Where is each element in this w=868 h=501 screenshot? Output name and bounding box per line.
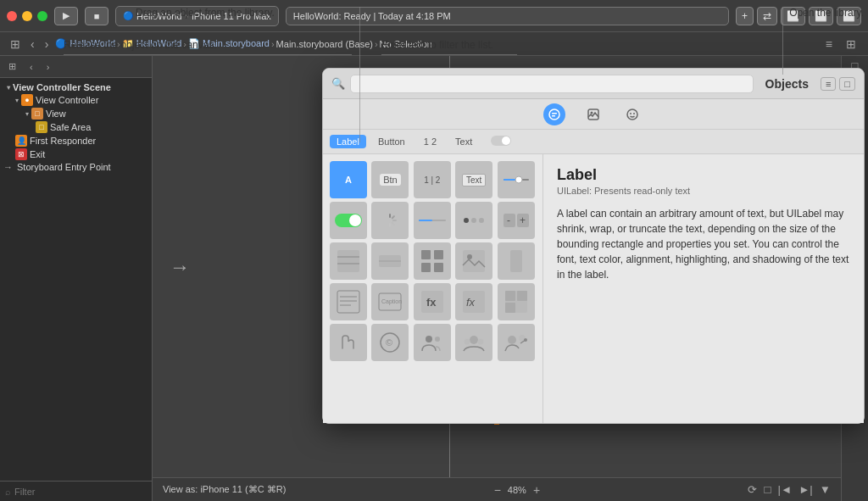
nav-prev-button[interactable]: ‹ xyxy=(27,36,38,53)
traffic-lights xyxy=(7,11,47,21)
obj-tab-ui[interactable] xyxy=(543,103,565,125)
canvas-btn-3[interactable]: |◄ xyxy=(777,483,792,496)
secondary-right: ≡ ⊞ xyxy=(821,36,861,53)
filter-chip-stepper[interactable]: 1 2 xyxy=(417,135,443,148)
tree-item-storyboard-entry[interactable]: → Storyboard Entry Point xyxy=(0,161,152,173)
filter-chip-label[interactable]: Label xyxy=(330,135,366,148)
objects-title: Objects xyxy=(759,77,815,91)
tree-item-exit[interactable]: ⊠ Exit xyxy=(0,148,152,161)
grid-item-steppers[interactable]: -+ xyxy=(498,202,535,239)
grid-item-copyright[interactable]: © xyxy=(371,324,409,361)
grid-item-activityindicator[interactable] xyxy=(371,202,409,239)
sidebar-tab-prev[interactable]: ‹ xyxy=(25,60,38,74)
scheme-selector[interactable]: 🔵 HelloWorld › iPhone 11 Pro Max xyxy=(115,6,279,26)
panel-bottom-button[interactable]: ⬜ xyxy=(809,7,833,25)
objects-search-input[interactable] xyxy=(350,75,754,93)
secondary-toolbar: ⊞ ‹ › 🔵 HelloWorld › 📁 HelloWorld › 📄 Ma… xyxy=(0,32,868,56)
list-view-button[interactable]: ≡ xyxy=(821,36,837,53)
zoom-out-button[interactable]: − xyxy=(494,483,501,497)
svg-rect-37 xyxy=(434,263,443,272)
obj-tab-image[interactable] xyxy=(582,103,604,125)
sidebar-tab-grid[interactable]: ⊞ xyxy=(3,59,21,74)
objects-header: 🔍 Objects ≡ □ xyxy=(323,69,864,99)
canvas-btn-2[interactable]: □ xyxy=(764,483,771,496)
tree-item-view-controller-scene[interactable]: ▾ View Controller Scene xyxy=(0,81,152,93)
grid-item-textview[interactable] xyxy=(330,283,367,320)
filter-input[interactable] xyxy=(14,487,147,497)
grid-item-button[interactable]: Btn xyxy=(371,161,409,198)
tree-item-first-responder[interactable]: 👤 First Responder xyxy=(0,134,152,148)
grid-item-tableviewcell[interactable] xyxy=(371,242,409,280)
filter-chip-button[interactable]: Button xyxy=(371,135,412,148)
grid-item-single[interactable] xyxy=(498,242,535,280)
stop-button[interactable]: ■ xyxy=(85,7,108,25)
filter-icon: ⌕ xyxy=(5,487,11,497)
grid-item-toggle[interactable] xyxy=(330,202,367,239)
grid-item-tableview[interactable] xyxy=(330,242,367,280)
svg-rect-1 xyxy=(552,113,557,114)
obj-tab-emoji[interactable] xyxy=(621,103,643,125)
svg-text:fx: fx xyxy=(466,296,476,309)
breadcrumb-helloworld[interactable]: 🔵 HelloWorld xyxy=(55,38,115,49)
tree-item-view[interactable]: ▾ □ View xyxy=(0,107,152,120)
grid-item-groupusers[interactable] xyxy=(414,324,451,361)
tree-item-view-controller[interactable]: ▾ ● View Controller xyxy=(0,93,152,107)
zoom-in-button[interactable]: + xyxy=(533,483,540,497)
grid-view-button[interactable]: ⊞ xyxy=(841,36,861,53)
svg-rect-38 xyxy=(463,250,485,272)
expand-icon: ▾ xyxy=(7,84,10,92)
breadcrumb-helloworld2[interactable]: 📁 HelloWorld xyxy=(122,38,182,49)
add-button[interactable]: + xyxy=(736,7,754,25)
entry-point-arrow: → xyxy=(170,255,190,279)
svg-point-14 xyxy=(349,214,361,226)
nav-next-button[interactable]: › xyxy=(42,36,53,53)
svg-rect-52 xyxy=(505,291,515,301)
grid-item-pagecontrol[interactable] xyxy=(455,202,492,239)
grid-item-textfield[interactable]: Text xyxy=(455,161,492,198)
grid-item-gesture[interactable] xyxy=(330,324,367,361)
breadcrumb-mainstoryboard-base[interactable]: Main.storyboard (Base) xyxy=(276,39,373,49)
minimize-button[interactable] xyxy=(22,11,32,21)
tree-item-safe-area[interactable]: □ Safe Area xyxy=(0,120,152,134)
close-button[interactable] xyxy=(7,11,17,21)
objects-grid-view-btn[interactable]: □ xyxy=(839,77,855,91)
grid-item-facegroup[interactable] xyxy=(455,324,492,361)
svg-point-22 xyxy=(464,218,469,223)
grid-item-effectsview2[interactable]: fx xyxy=(455,283,492,320)
objects-list-view-btn[interactable]: ≡ xyxy=(821,77,836,91)
grid-item-progressview[interactable] xyxy=(414,202,451,239)
panel-left-button[interactable]: ⬜ xyxy=(781,7,805,25)
tree-label-exit: Exit xyxy=(30,149,45,159)
grid-item-photogrid[interactable] xyxy=(498,283,535,320)
view-as-label: View as: iPhone 11 (⌘C ⌘R) xyxy=(163,484,286,495)
exit-icon: ⊠ xyxy=(15,148,27,160)
view-controller-icon: ● xyxy=(21,94,33,106)
grid-item-imageview[interactable] xyxy=(455,242,492,280)
breadcrumb-mainstoryboard[interactable]: 📄 Main.storyboard xyxy=(188,38,270,49)
grid-item-effectsview[interactable]: fx xyxy=(414,283,451,320)
panel-right-button[interactable]: ⬜ xyxy=(837,7,861,25)
grid-item-collectionview[interactable] xyxy=(414,242,451,280)
tree-label-first-responder: First Responder xyxy=(30,136,96,146)
nav-back-button[interactable]: ⊞ xyxy=(7,36,24,53)
objects-panel: 🔍 Objects ≡ □ Label Button 1 2 Text xyxy=(322,68,865,424)
maximize-button[interactable] xyxy=(37,11,47,21)
canvas-btn-5[interactable]: ▼ xyxy=(820,483,831,496)
canvas-btn-1[interactable]: ⟳ xyxy=(748,483,757,496)
play-button[interactable]: ▶ xyxy=(54,7,78,25)
grid-item-label[interactable]: A xyxy=(330,161,367,198)
canvas-btn-4[interactable]: ►| xyxy=(798,483,813,496)
svg-rect-36 xyxy=(421,263,431,272)
svg-text:fx: fx xyxy=(426,296,437,309)
grid-item-datepicker[interactable]: Caption xyxy=(371,283,409,320)
svg-point-62 xyxy=(508,336,516,344)
grid-item-slider-row[interactable] xyxy=(498,161,535,198)
back-forward-button[interactable]: ⇄ xyxy=(757,7,777,25)
svg-point-7 xyxy=(633,113,635,114)
filter-chip-text[interactable]: Text xyxy=(448,135,479,148)
grid-item-faceshare[interactable] xyxy=(498,324,535,361)
svg-text:©: © xyxy=(386,337,392,348)
grid-item-segmented[interactable]: 1 | 2 xyxy=(414,161,451,198)
sidebar-tab-next[interactable]: › xyxy=(42,60,55,74)
filter-chip-toggle[interactable] xyxy=(484,133,518,150)
